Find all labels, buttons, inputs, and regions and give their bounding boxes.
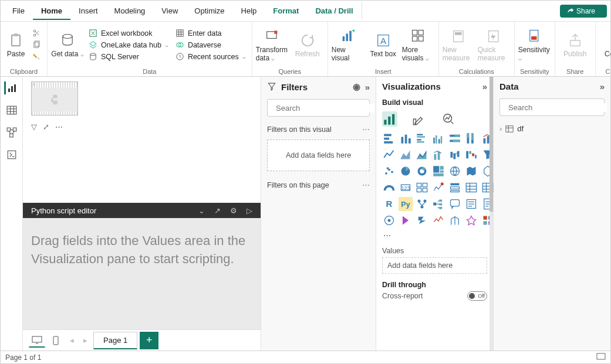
- report-canvas[interactable]: ▽ ⤢ ⋯: [23, 77, 261, 203]
- filters-on-page-header[interactable]: Filters on this page⋯: [261, 177, 376, 193]
- filters-search-input[interactable]: [276, 104, 374, 113]
- narrative-icon[interactable]: [464, 197, 478, 211]
- gauge-icon[interactable]: [382, 181, 396, 195]
- more-visuals-icon[interactable]: ⋯: [376, 231, 493, 243]
- tab-file[interactable]: File: [4, 2, 33, 20]
- get-data-button[interactable]: Get data ⌵: [51, 25, 84, 66]
- automate-icon[interactable]: [415, 213, 429, 227]
- collapse-icon[interactable]: »: [482, 81, 487, 91]
- stacked-bar-icon[interactable]: [382, 131, 396, 145]
- copy-button[interactable]: [30, 40, 43, 50]
- card-icon[interactable]: 123: [399, 181, 413, 195]
- table-view-button[interactable]: [5, 104, 18, 117]
- decomposition-icon[interactable]: [431, 197, 445, 211]
- sensitivity-button[interactable]: Sensitivity ⌵: [518, 25, 551, 66]
- get-more-icon[interactable]: [464, 213, 478, 227]
- stacked-column-100-icon[interactable]: [464, 131, 478, 145]
- donut-icon[interactable]: [415, 164, 429, 178]
- more-visuals-button[interactable]: More visuals ⌵: [402, 25, 435, 66]
- prev-page-button[interactable]: ◂: [66, 336, 77, 345]
- popout-icon[interactable]: ↗: [214, 206, 221, 215]
- format-painter-button[interactable]: [30, 52, 43, 62]
- script-editor-body[interactable]: Drag fields into the Values area in the …: [23, 218, 261, 329]
- dataverse-button[interactable]: Dataverse: [173, 40, 248, 50]
- data-search[interactable]: [499, 98, 605, 116]
- excel-workbook-button[interactable]: Excel workbook: [86, 28, 171, 38]
- recent-sources-button[interactable]: Recent sources ⌵: [173, 52, 248, 62]
- format-visual-mode[interactable]: [411, 111, 427, 127]
- goals-icon[interactable]: [448, 213, 462, 227]
- paste-button[interactable]: Paste: [4, 25, 28, 66]
- area-chart-icon[interactable]: [399, 148, 413, 162]
- stacked-bar-100-icon[interactable]: [448, 131, 462, 145]
- copilot-button[interactable]: Copilot: [599, 25, 611, 66]
- line-chart-icon[interactable]: [382, 148, 396, 162]
- run-icon[interactable]: ▷: [247, 206, 252, 215]
- new-visual-button[interactable]: New visual: [332, 25, 364, 66]
- transform-data-button[interactable]: Transform data ⌵: [256, 25, 289, 66]
- python-visual-icon[interactable]: Py: [399, 197, 413, 211]
- cross-report-toggle[interactable]: Off: [467, 291, 487, 301]
- quick-measure-button[interactable]: Quick measure: [478, 25, 511, 66]
- qa-icon[interactable]: [448, 197, 462, 211]
- collapse-icon[interactable]: »: [600, 81, 605, 91]
- waterfall-icon[interactable]: [464, 148, 478, 162]
- powerapps-icon[interactable]: [399, 213, 413, 227]
- zoom-icon[interactable]: [596, 353, 606, 362]
- filters-on-visual-dropzone[interactable]: Add data fields here: [267, 140, 370, 171]
- sql-server-button[interactable]: SQL Server: [86, 52, 171, 62]
- slicer-icon[interactable]: [448, 181, 462, 195]
- tab-optimize[interactable]: Optimize: [186, 2, 232, 20]
- data-table-df[interactable]: › df: [494, 121, 610, 137]
- tab-modeling[interactable]: Modeling: [106, 2, 154, 20]
- values-dropzone[interactable]: Add data fields here: [382, 257, 487, 274]
- key-influencers-icon[interactable]: [415, 197, 429, 211]
- build-visual-mode[interactable]: [382, 111, 397, 127]
- page-tab-1[interactable]: Page 1: [93, 332, 137, 349]
- stacked-area-icon[interactable]: [415, 148, 429, 162]
- more-icon[interactable]: ⋯: [55, 123, 63, 131]
- mobile-layout-button[interactable]: [48, 334, 64, 348]
- filter-icon[interactable]: ▽: [31, 123, 37, 131]
- kpi-icon[interactable]: [431, 181, 445, 195]
- model-view-button[interactable]: [5, 126, 18, 139]
- clustered-column-icon[interactable]: [431, 131, 445, 145]
- cut-button[interactable]: [30, 28, 43, 38]
- focus-icon[interactable]: ⤢: [43, 123, 49, 131]
- refresh-button[interactable]: Refresh: [291, 25, 324, 66]
- line-stacked-icon[interactable]: [431, 148, 445, 162]
- text-box-button[interactable]: AText box: [367, 25, 400, 66]
- share-button[interactable]: Share ⌵: [560, 5, 607, 18]
- add-page-button[interactable]: +: [140, 332, 158, 349]
- ribbon-chart-icon[interactable]: [448, 148, 462, 162]
- tab-datadrill[interactable]: Data / Drill: [307, 2, 362, 20]
- eye-icon[interactable]: ◉: [353, 81, 360, 92]
- analytics-mode[interactable]: [441, 111, 456, 127]
- table-visual-icon[interactable]: [464, 181, 478, 195]
- report-view-button[interactable]: [4, 81, 17, 94]
- collapse-icon[interactable]: »: [365, 82, 370, 92]
- treemap-icon[interactable]: [431, 164, 445, 178]
- gear-icon[interactable]: ⚙: [230, 206, 237, 215]
- new-measure-button[interactable]: New measure: [443, 25, 475, 66]
- r-visual-icon[interactable]: R: [382, 197, 396, 211]
- tab-format[interactable]: Format: [265, 2, 307, 20]
- data-search-input[interactable]: [508, 103, 607, 112]
- tab-help[interactable]: Help: [233, 2, 265, 20]
- onelake-button[interactable]: OneLake data hub ⌵: [86, 40, 171, 50]
- tab-view[interactable]: View: [153, 2, 186, 20]
- enter-data-button[interactable]: Enter data: [173, 28, 248, 38]
- clustered-bar-icon[interactable]: [415, 131, 429, 145]
- tab-home[interactable]: Home: [33, 2, 70, 20]
- dax-view-button[interactable]: [5, 148, 18, 161]
- filled-map-icon[interactable]: [464, 164, 478, 178]
- filters-search[interactable]: [267, 99, 370, 117]
- scatter-icon[interactable]: [382, 164, 396, 178]
- sparkline-icon[interactable]: [431, 213, 445, 227]
- arcgis-icon[interactable]: [382, 213, 396, 227]
- next-page-button[interactable]: ▸: [80, 336, 91, 345]
- pie-icon[interactable]: [399, 164, 413, 178]
- multi-card-icon[interactable]: [415, 181, 429, 195]
- tab-insert[interactable]: Insert: [70, 2, 106, 20]
- stacked-column-icon[interactable]: [399, 131, 413, 145]
